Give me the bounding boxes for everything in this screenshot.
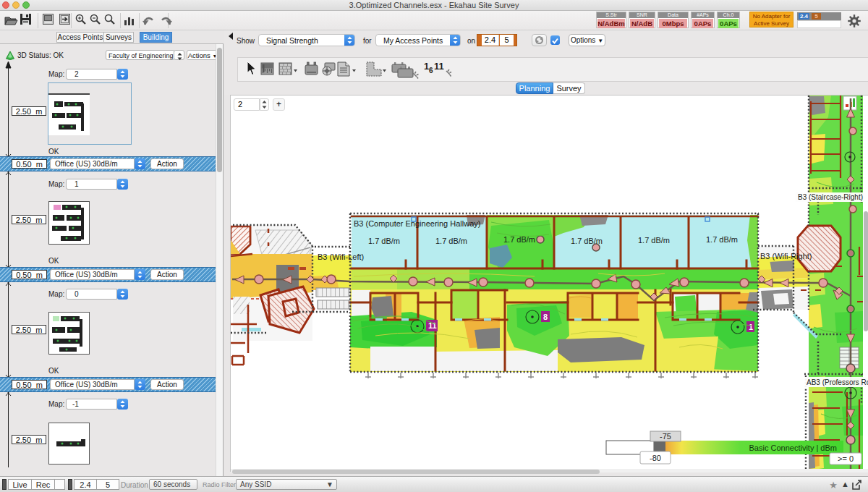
- svg-text:B3 (Wifi-Right): B3 (Wifi-Right): [760, 252, 812, 260]
- svg-text:-80: -80: [650, 454, 661, 462]
- svg-text:1.7 dB/m: 1.7 dB/m: [435, 237, 467, 245]
- svg-text:8: 8: [543, 313, 548, 321]
- svg-text:Basic Connectivity | dBm: Basic Connectivity | dBm: [749, 444, 837, 452]
- svg-text:1.7 dB/m: 1.7 dB/m: [638, 236, 670, 245]
- svg-text:11: 11: [434, 61, 444, 72]
- svg-text:>= 0: >= 0: [838, 454, 854, 463]
- svg-text:1: 1: [749, 323, 753, 331]
- svg-text:1.7 dB/m: 1.7 dB/m: [368, 237, 400, 245]
- svg-text:B3 (Computer Engineering Hallw: B3 (Computer Engineering Hallway): [354, 219, 480, 228]
- svg-text:6: 6: [429, 67, 433, 75]
- svg-text:-75: -75: [660, 432, 671, 441]
- svg-text:1.7 dB/m: 1.7 dB/m: [571, 237, 603, 245]
- svg-text:B3 (Wifi-Left): B3 (Wifi-Left): [318, 253, 364, 261]
- svg-text:1.7 dB/m: 1.7 dB/m: [706, 235, 738, 244]
- svg-text:AB3 (Professors Ro: AB3 (Professors Ro: [807, 378, 868, 386]
- svg-text:B3 (Staircase-Right): B3 (Staircase-Right): [798, 193, 863, 201]
